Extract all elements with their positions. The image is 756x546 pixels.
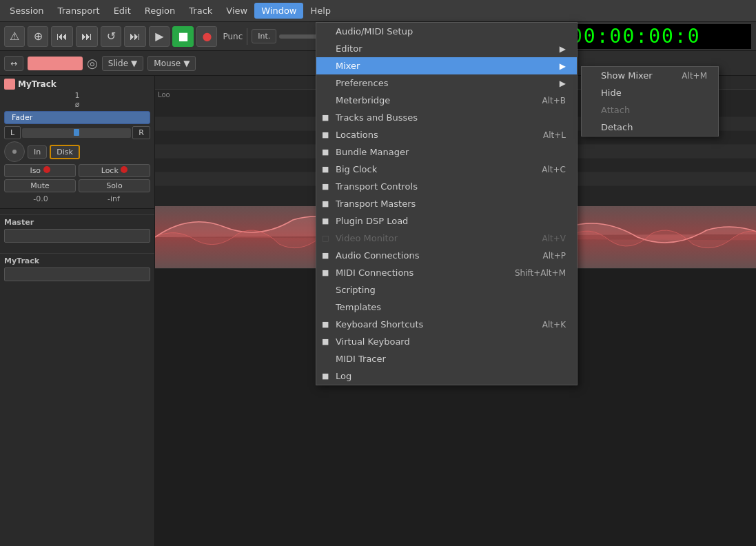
menu-view[interactable]: View — [219, 3, 254, 19]
menu-keyboard-shortcuts[interactable]: ■ Keyboard Shortcuts Alt+K — [316, 316, 577, 333]
menu-track[interactable]: Track — [182, 3, 219, 19]
btn-back[interactable]: ⏭ — [76, 26, 98, 47]
check-icon: ■ — [322, 320, 329, 329]
int-button[interactable]: Int. — [252, 29, 276, 43]
track-color-swatch — [4, 79, 15, 90]
mixer-submenu[interactable]: Show Mixer Alt+M Hide Attach Detach — [581, 66, 719, 136]
menu-midi-connections[interactable]: ■ MIDI Connections Shift+Alt+M — [316, 264, 577, 281]
menu-transport-masters[interactable]: ■ Transport Masters — [316, 195, 577, 212]
check-icon: ■ — [322, 165, 329, 174]
menu-item-label: Hide — [601, 88, 622, 98]
btn-forward-end[interactable]: ⏭ — [124, 26, 146, 47]
menu-item-label: Keyboard Shortcuts — [336, 319, 423, 330]
menu-meterbridge[interactable]: Meterbridge Alt+B — [316, 92, 577, 109]
btn-cycle[interactable]: ↺ — [101, 26, 121, 47]
check-icon: ■ — [322, 337, 329, 346]
check-icon: ■ — [322, 130, 329, 139]
menu-midi-tracer[interactable]: MIDI Tracer — [316, 350, 577, 367]
menu-audio-connections[interactable]: ■ Audio Connections Alt+P — [316, 247, 577, 264]
shortcut-label: Alt+B — [528, 96, 566, 105]
fader-row: Fader — [4, 111, 150, 124]
shortcut-label: Alt+C — [528, 165, 566, 174]
menu-transport[interactable]: Transport — [51, 3, 107, 19]
master-label: Master — [4, 218, 150, 227]
menu-session[interactable]: Session — [3, 3, 51, 19]
track-name-row: MyTrack — [4, 79, 150, 90]
submenu-arrow: ▶ — [560, 61, 566, 71]
range-btn[interactable]: ↔ — [4, 56, 23, 71]
menu-locations[interactable]: ■ Locations Alt+L — [316, 126, 577, 143]
shortcut-label: Shift+Alt+M — [501, 268, 566, 278]
btn-play[interactable]: ▶ — [149, 26, 170, 47]
window-menu-dropdown[interactable]: Audio/MIDI Setup Editor ▶ Mixer ▶ Prefer… — [316, 22, 578, 385]
mouse-dropdown[interactable]: Mouse ▼ — [147, 56, 196, 71]
solo-button[interactable]: Solo — [79, 179, 150, 192]
menu-templates[interactable]: Templates — [316, 299, 577, 316]
menu-scripting[interactable]: Scripting — [316, 281, 577, 299]
btn-alert[interactable]: ⚠ — [4, 26, 25, 47]
visibility-icon[interactable]: ◎ — [87, 56, 98, 70]
menu-edit[interactable]: Edit — [107, 3, 138, 19]
right-button[interactable]: R — [132, 126, 150, 139]
check-empty-icon: □ — [322, 234, 329, 243]
submenu-arrow: ▶ — [560, 79, 566, 88]
menu-log[interactable]: ■ Log — [316, 367, 577, 385]
menu-item-label: Bundle Manager — [336, 147, 409, 157]
master-section: Master — [0, 214, 154, 247]
menu-item-label: Templates — [336, 302, 381, 312]
mixer-hide[interactable]: Hide — [582, 84, 718, 101]
fader-button[interactable]: Fader — [4, 111, 150, 124]
menu-item-label: Tracks and Busses — [336, 112, 418, 123]
menu-big-clock[interactable]: ■ Big Clock Alt+C — [316, 161, 577, 178]
knob-indicator — [12, 150, 17, 154]
btn-snap[interactable]: ⊕ — [28, 26, 48, 47]
menu-item-label: Virtual Keyboard — [336, 336, 410, 347]
menu-video-monitor[interactable]: □ Video Monitor Alt+V — [316, 230, 577, 247]
btn-record[interactable]: ● — [196, 26, 217, 47]
slide-dropdown[interactable]: Slide ▼ — [102, 56, 144, 71]
shortcut-label: Alt+K — [529, 320, 566, 330]
menu-item-label: Audio Connections — [336, 250, 419, 261]
mixer-attach[interactable]: Attach — [582, 101, 718, 119]
punch-label: Punc — [223, 32, 243, 41]
btn-back-start[interactable]: ⏮ — [51, 26, 73, 47]
mixer-detach[interactable]: Detach — [582, 119, 718, 136]
btn-stop[interactable]: ■ — [172, 26, 194, 47]
check-icon: ■ — [322, 148, 329, 156]
menu-item-label: Attach — [601, 105, 630, 115]
mute-button[interactable]: Mute — [4, 179, 76, 192]
menu-virtual-keyboard[interactable]: ■ Virtual Keyboard — [316, 333, 577, 350]
iso-button[interactable]: Iso — [4, 164, 76, 177]
menu-item-label: Mixer — [336, 61, 360, 71]
pan-slider[interactable] — [22, 128, 131, 138]
mytrack2-section: MyTrack — [0, 253, 154, 286]
in-disk-row: In Disk — [4, 141, 150, 162]
menu-bundle-manager[interactable]: ■ Bundle Manager — [316, 143, 577, 161]
menu-region[interactable]: Region — [138, 3, 183, 19]
menu-tracks-busses[interactable]: ■ Tracks and Busses — [316, 109, 577, 126]
lock-button[interactable]: Lock — [79, 164, 150, 177]
pan-thumb — [74, 129, 79, 136]
left-panel: MyTrack 1 ø Fader L R In Disk — [0, 76, 155, 546]
track-name-label: MyTrack — [18, 79, 57, 89]
check-icon: ■ — [322, 199, 329, 208]
vol-row: -0.0 -inf — [4, 194, 150, 203]
menu-editor[interactable]: Editor ▶ — [316, 40, 577, 57]
sep1 — [247, 28, 247, 45]
menu-audio-midi-setup[interactable]: Audio/MIDI Setup — [316, 23, 577, 40]
knob[interactable] — [4, 141, 25, 162]
disk-button[interactable]: Disk — [50, 145, 80, 159]
mixer-show-mixer[interactable]: Show Mixer Alt+M — [582, 67, 718, 84]
in-button[interactable]: In — [28, 145, 47, 159]
menu-item-label: Big Clock — [336, 164, 377, 174]
left-button[interactable]: L — [4, 126, 21, 139]
master-input-bar — [4, 229, 150, 243]
menu-transport-controls[interactable]: ■ Transport Controls — [316, 178, 577, 195]
menu-preferences[interactable]: Preferences ▶ — [316, 74, 577, 92]
menu-mixer[interactable]: Mixer ▶ — [316, 57, 577, 74]
menu-help[interactable]: Help — [303, 3, 338, 19]
menu-item-label: Log — [336, 371, 351, 381]
menu-window[interactable]: Window — [254, 3, 303, 19]
menu-plugin-dsp[interactable]: ■ Plugin DSP Load — [316, 212, 577, 230]
menubar: Session Transport Edit Region Track View… — [0, 0, 756, 22]
